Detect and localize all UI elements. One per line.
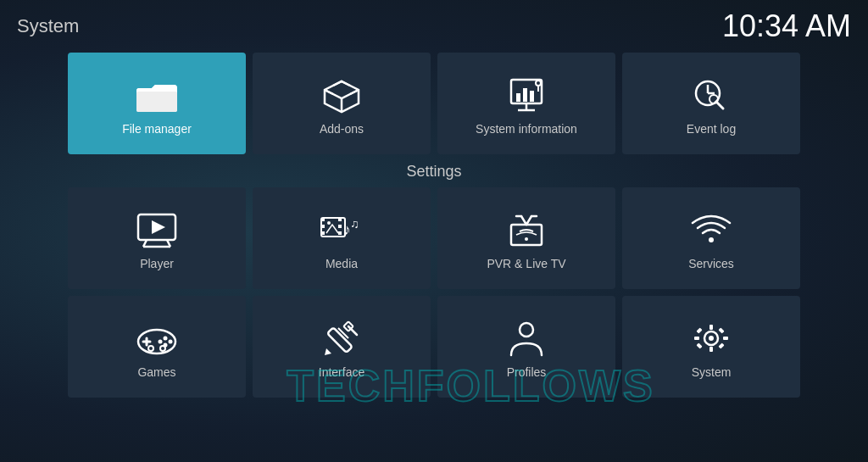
- system-information-icon: [503, 75, 550, 115]
- svg-rect-32: [511, 225, 542, 245]
- file-manager-label: File manager: [122, 122, 192, 136]
- svg-point-46: [148, 346, 153, 351]
- add-ons-icon: [318, 75, 365, 115]
- page-title: System: [17, 15, 79, 37]
- tile-event-log[interactable]: Event log: [622, 53, 800, 154]
- settings-grid: Player: [68, 187, 800, 398]
- settings-row-2: Games Interface: [68, 296, 800, 398]
- svg-point-42: [164, 337, 168, 341]
- system-icon: [687, 318, 735, 359]
- svg-rect-7: [516, 93, 520, 102]
- header: System 10:34 AM: [0, 0, 868, 53]
- svg-rect-61: [718, 327, 724, 333]
- svg-line-34: [526, 216, 531, 225]
- tile-profiles[interactable]: Profiles: [437, 296, 615, 398]
- services-label: Services: [688, 257, 734, 270]
- svg-point-47: [160, 346, 165, 351]
- svg-rect-58: [694, 337, 699, 340]
- svg-rect-24: [321, 225, 325, 228]
- svg-point-53: [520, 323, 533, 337]
- games-icon: [133, 318, 181, 359]
- file-manager-icon: [133, 75, 181, 115]
- svg-rect-9: [530, 91, 534, 102]
- svg-point-37: [525, 237, 528, 241]
- svg-rect-25: [321, 231, 325, 235]
- interface-label: Interface: [319, 365, 364, 379]
- svg-rect-8: [523, 88, 527, 102]
- system-information-label: System information: [476, 122, 577, 136]
- interface-icon: [318, 318, 365, 359]
- media-icon: ♪ ♫: [318, 209, 365, 250]
- pvr-live-tv-label: PVR & Live TV: [487, 257, 565, 270]
- svg-rect-60: [696, 327, 702, 333]
- tile-add-ons[interactable]: Add-ons: [253, 53, 431, 154]
- svg-point-45: [159, 340, 163, 344]
- tile-system-information[interactable]: System information: [437, 53, 615, 154]
- tile-system[interactable]: System: [622, 296, 800, 398]
- add-ons-label: Add-ons: [320, 122, 364, 136]
- pvr-live-tv-icon: [503, 209, 550, 250]
- profiles-label: Profiles: [507, 365, 547, 379]
- event-log-label: Event log: [687, 122, 736, 136]
- svg-point-38: [709, 237, 714, 242]
- svg-rect-59: [723, 337, 728, 340]
- svg-rect-26: [338, 218, 342, 221]
- tile-file-manager[interactable]: File manager: [68, 53, 246, 154]
- svg-rect-63: [718, 342, 724, 348]
- svg-line-33: [521, 216, 526, 225]
- system-label: System: [692, 365, 732, 379]
- tile-games[interactable]: Games: [68, 296, 246, 398]
- media-label: Media: [326, 257, 358, 270]
- svg-rect-23: [321, 218, 325, 221]
- tile-media[interactable]: ♪ ♫ Media: [253, 187, 431, 289]
- profiles-icon: [503, 318, 550, 359]
- services-icon: [687, 209, 735, 250]
- clock: 10:34 AM: [722, 8, 851, 44]
- svg-rect-62: [696, 342, 702, 348]
- svg-text:♫: ♫: [350, 217, 359, 231]
- settings-title: Settings: [68, 163, 800, 181]
- event-log-icon: [687, 75, 735, 115]
- svg-marker-21: [152, 220, 165, 234]
- svg-rect-56: [709, 325, 713, 330]
- main-content: File manager Add-ons: [0, 53, 868, 398]
- svg-point-29: [327, 221, 331, 225]
- svg-rect-28: [338, 231, 342, 235]
- tile-services[interactable]: Services: [622, 187, 800, 289]
- svg-point-55: [709, 336, 714, 341]
- svg-rect-1: [136, 92, 177, 112]
- settings-row-1: Player: [68, 187, 800, 289]
- tile-pvr-live-tv[interactable]: PVR & Live TV: [437, 187, 615, 289]
- top-row: File manager Add-ons: [68, 53, 800, 154]
- games-label: Games: [137, 365, 175, 379]
- svg-rect-27: [338, 225, 342, 228]
- svg-marker-49: [325, 348, 331, 355]
- tile-interface[interactable]: Interface: [253, 296, 431, 398]
- tile-player[interactable]: Player: [68, 187, 246, 289]
- player-icon: [133, 209, 181, 250]
- player-label: Player: [140, 257, 174, 270]
- svg-point-10: [536, 81, 541, 86]
- svg-rect-57: [709, 347, 713, 352]
- svg-point-16: [709, 95, 718, 103]
- svg-point-43: [169, 340, 173, 344]
